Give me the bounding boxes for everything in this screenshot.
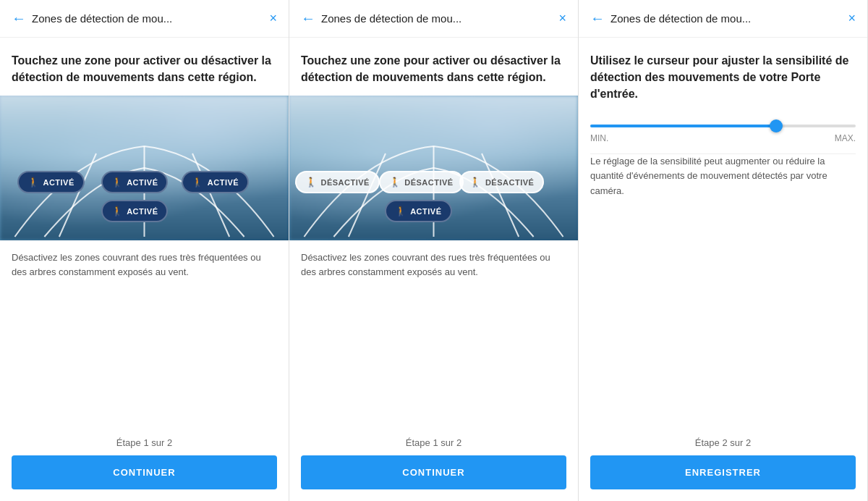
close-button-2[interactable]: × bbox=[558, 11, 566, 26]
slider-max-label: MAX. bbox=[835, 133, 856, 143]
panel-1-title: Zones de détection de mou... bbox=[32, 12, 263, 25]
panel-2: ← Zones de détection de mou... × Touchez… bbox=[289, 0, 579, 501]
person-icon-2-2: 🚶 bbox=[389, 177, 401, 188]
panel-1-footer: Étape 1 sur 2 CONTINUER bbox=[0, 429, 289, 501]
zone-badge-2-4[interactable]: 🚶 ACTIVÉ bbox=[385, 200, 452, 222]
panel-1-instruction: Touchez une zone pour activer ou désacti… bbox=[0, 38, 289, 96]
zone-badge-2-2[interactable]: 🚶 DÉSACTIVÉ bbox=[379, 171, 464, 193]
zone-label-1-4: ACTIVÉ bbox=[127, 207, 158, 216]
zone-badge-1-4[interactable]: 🚶 ACTIVÉ bbox=[101, 200, 169, 222]
zone-label-1-2: ACTIVÉ bbox=[127, 178, 158, 187]
zone-badge-2-1[interactable]: 🚶 DÉSACTIVÉ bbox=[295, 171, 380, 193]
continue-button-1[interactable]: CONTINUER bbox=[12, 455, 277, 489]
svg-line-1 bbox=[192, 153, 229, 237]
person-icon-1-3: 🚶 bbox=[192, 177, 204, 188]
zone-badge-1-2[interactable]: 🚶 ACTIVÉ bbox=[101, 171, 169, 193]
slider-thumb[interactable] bbox=[770, 119, 783, 132]
sensitivity-description: Le réglage de la sensibilité peut augmen… bbox=[579, 154, 867, 211]
zone-badge-2-3[interactable]: 🚶 DÉSACTIVÉ bbox=[459, 171, 544, 193]
panel-3-instruction: Utilisez le curseur pour ajuster la sens… bbox=[579, 38, 867, 113]
panel-2-camera-view: 🚶 DÉSACTIVÉ 🚶 DÉSACTIVÉ 🚶 DÉSACTIVÉ 🚶 AC… bbox=[289, 96, 578, 240]
slider-labels: MIN. MAX. bbox=[590, 133, 856, 143]
panel-2-footer: Étape 1 sur 2 CONTINUER bbox=[289, 429, 578, 501]
continue-button-2[interactable]: CONTINUER bbox=[301, 455, 566, 489]
zone-label-2-2: DÉSACTIVÉ bbox=[404, 178, 453, 187]
zone-label-1-1: ACTIVÉ bbox=[43, 178, 74, 187]
panel-2-title: Zones de détection de mou... bbox=[321, 12, 553, 25]
panel-2-step: Étape 1 sur 2 bbox=[406, 437, 461, 448]
panel-1-step: Étape 1 sur 2 bbox=[116, 437, 172, 448]
panel-3: ← Zones de détection de mou... × Utilise… bbox=[579, 0, 868, 501]
slider-min-label: MIN. bbox=[590, 133, 608, 143]
sensitivity-area: MIN. MAX. bbox=[579, 113, 867, 153]
panel-1: ← Zones de détection de mou... × Touchez… bbox=[0, 0, 289, 501]
back-button-2[interactable]: ← bbox=[301, 10, 315, 27]
panel-2-hint: Désactivez les zones couvrant des rues t… bbox=[289, 240, 578, 289]
save-button[interactable]: ENREGISTRER bbox=[590, 455, 856, 489]
person-icon-2-1: 🚶 bbox=[305, 177, 318, 188]
person-icon-1-4: 🚶 bbox=[111, 206, 124, 216]
person-icon-1-2: 🚶 bbox=[111, 177, 124, 188]
svg-line-3 bbox=[349, 153, 386, 237]
back-button-3[interactable]: ← bbox=[590, 10, 605, 27]
slider-fill bbox=[590, 125, 776, 127]
back-button-1[interactable]: ← bbox=[12, 10, 26, 27]
zone-badge-1-1[interactable]: 🚶 ACTIVÉ bbox=[17, 171, 85, 193]
panel-2-instruction: Touchez une zone pour activer ou désacti… bbox=[289, 38, 578, 96]
person-icon-2-4: 🚶 bbox=[395, 206, 407, 216]
person-icon-1-1: 🚶 bbox=[27, 177, 40, 188]
panel-3-footer: Étape 2 sur 2 ENREGISTRER bbox=[579, 429, 867, 501]
svg-line-0 bbox=[59, 153, 96, 237]
person-icon-2-3: 🚶 bbox=[469, 177, 482, 188]
close-button-3[interactable]: × bbox=[848, 11, 856, 26]
zone-label-2-3: DÉSACTIVÉ bbox=[485, 178, 534, 187]
zone-label-2-1: DÉSACTIVÉ bbox=[320, 178, 369, 187]
panel-3-header: ← Zones de détection de mou... × bbox=[579, 0, 867, 38]
close-button-1[interactable]: × bbox=[269, 11, 277, 26]
svg-line-4 bbox=[482, 153, 519, 237]
zone-label-2-4: ACTIVÉ bbox=[410, 207, 441, 216]
slider-track bbox=[590, 125, 856, 127]
panel-3-title: Zones de détection de mou... bbox=[610, 12, 842, 25]
zone-label-1-3: ACTIVÉ bbox=[208, 178, 239, 187]
panel-1-camera-view: 🚶 ACTIVÉ 🚶 ACTIVÉ 🚶 ACTIVÉ 🚶 ACTIVÉ bbox=[0, 96, 289, 240]
zone-badge-1-3[interactable]: 🚶 ACTIVÉ bbox=[182, 171, 249, 193]
panel-2-header: ← Zones de détection de mou... × bbox=[289, 0, 578, 38]
panel-1-header: ← Zones de détection de mou... × bbox=[0, 0, 289, 38]
panel-3-step: Étape 2 sur 2 bbox=[695, 437, 751, 448]
panel-1-hint: Désactivez les zones couvrant des rues t… bbox=[0, 240, 289, 289]
